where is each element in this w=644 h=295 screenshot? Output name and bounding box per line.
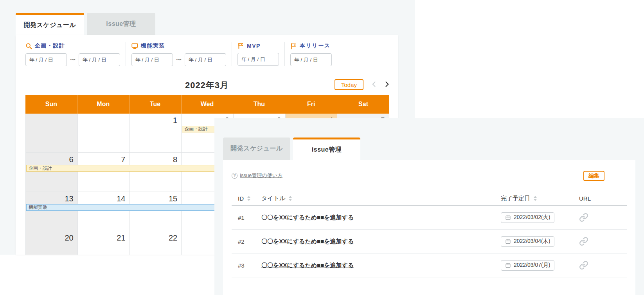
issue-id: #1	[232, 214, 254, 221]
header-url-label: URL	[579, 195, 591, 202]
due-date-chip[interactable]: 2022/03/04(木)	[501, 236, 554, 247]
filter-implementation-text: 機能実装	[141, 42, 165, 49]
chevron-left-icon	[370, 80, 378, 88]
issue-card: ? issue管理の使い方 編集 ID タイトル 完了予定日 URL	[223, 160, 635, 295]
filter-planning: 企画・設計 〜	[25, 42, 126, 66]
calendar-cell: 8	[130, 153, 182, 192]
tab-dev-schedule[interactable]: 開発スケジュール	[223, 138, 290, 160]
issue-id: #2	[232, 238, 254, 245]
day-header-wed: Wed	[182, 95, 234, 114]
implementation-start-date-input[interactable]	[131, 53, 173, 66]
issue-title-link[interactable]: 〇〇をXXにするため■■を追加する	[261, 262, 354, 269]
issue-row: #2 〇〇をXXにするため■■を追加する 2022/03/04(木)	[232, 230, 627, 253]
issue-row: #3 〇〇をXXにするため■■を追加する 2022/03/07(月)	[232, 253, 627, 277]
filter-implementation: 機能実装 〜	[126, 42, 232, 66]
issue-title-link[interactable]: 〇〇をXXにするため■■を追加する	[261, 238, 354, 245]
issue-help-text: issue管理の使い方	[240, 172, 282, 179]
link-icon	[579, 213, 588, 222]
issue-help-link[interactable]: ? issue管理の使い方	[232, 172, 282, 179]
tab-dev-schedule[interactable]: 開発スケジュール	[16, 13, 84, 35]
day-header-fri: Fri	[285, 95, 337, 114]
issue-panel: 開発スケジュール issue管理 ? issue管理の使い方 編集 ID タイト…	[214, 118, 644, 295]
tab-issue-management[interactable]: issue管理	[293, 138, 360, 160]
event-bar-planning[interactable]: 企画・設計	[26, 165, 233, 172]
calendar-cell: 6	[26, 153, 78, 192]
search-icon	[25, 43, 32, 49]
release-date-input[interactable]	[290, 53, 332, 66]
due-date-chip[interactable]: 2022/03/02(火)	[501, 212, 554, 223]
calendar-icon	[505, 239, 511, 244]
implementation-end-date-input[interactable]	[185, 53, 226, 66]
day-header-thu: Thu	[233, 95, 285, 114]
link-icon	[579, 237, 588, 246]
planning-start-date-input[interactable]	[25, 53, 67, 66]
flag-icon	[237, 42, 244, 49]
header-due-date-label: 完了予定日	[501, 195, 530, 202]
link-icon	[579, 261, 588, 270]
due-date-text: 2022/03/04(木)	[514, 238, 550, 245]
due-date-text: 2022/03/02(火)	[514, 214, 550, 221]
calendar-cell	[26, 114, 78, 153]
day-header-sun: Sun	[25, 95, 77, 114]
header-title-label: タイトル	[261, 195, 285, 202]
issue-title-link[interactable]: 〇〇をXXにするため■■を追加する	[261, 214, 354, 221]
monitor-icon	[131, 43, 138, 49]
filter-planning-text: 企画・設計	[35, 42, 65, 49]
sort-icon[interactable]	[289, 196, 292, 201]
header-due-date[interactable]: 完了予定日	[495, 195, 579, 202]
event-bar-implementation[interactable]: 機能実装	[26, 204, 233, 211]
date-range-separator: 〜	[176, 56, 182, 63]
schedule-panel-tabs: 開発スケジュール issue管理	[16, 13, 155, 35]
day-header-sat: Sat	[337, 95, 389, 114]
filter-release-text: 本リリース	[300, 42, 330, 49]
calendar-icon	[505, 215, 511, 221]
header-id[interactable]: ID	[232, 195, 254, 202]
next-month-button[interactable]	[382, 79, 392, 89]
mvp-date-input[interactable]	[237, 53, 279, 66]
date-range-separator: 〜	[70, 56, 76, 63]
issue-id: #3	[232, 262, 254, 269]
filter-mvp: MVP	[232, 42, 284, 66]
calendar-cell: 22	[130, 231, 182, 255]
header-url: URL	[579, 195, 627, 202]
header-title[interactable]: タイトル	[254, 195, 495, 202]
prev-month-button[interactable]	[369, 79, 379, 89]
day-header-mon: Mon	[77, 95, 130, 114]
issue-panel-tabs: 開発スケジュール issue管理	[223, 138, 360, 160]
calendar-cell: 1	[130, 114, 182, 153]
issue-row: #1 〇〇をXXにするため■■を追加する 2022/03/02(火)	[232, 206, 627, 230]
calendar-cell: 7	[78, 153, 130, 192]
sort-icon[interactable]	[247, 196, 250, 201]
sort-icon[interactable]	[534, 196, 537, 201]
calendar-cell: 14	[78, 192, 130, 231]
due-date-chip[interactable]: 2022/03/07(月)	[501, 260, 554, 271]
chevron-right-icon	[383, 80, 391, 88]
filter-planning-label: 企画・設計	[25, 42, 120, 49]
filter-implementation-label: 機能実装	[131, 42, 226, 49]
filter-bar: 企画・設計 〜 機能実装	[25, 42, 337, 66]
calendar-cell: 15	[130, 192, 182, 231]
issue-url-button[interactable]	[579, 237, 588, 246]
today-button[interactable]: Today	[335, 79, 363, 90]
filter-release: 本リリース	[284, 42, 337, 66]
header-id-label: ID	[238, 195, 244, 202]
tab-issue-management[interactable]: issue管理	[87, 13, 155, 35]
flag-icon	[290, 43, 297, 49]
filter-release-label: 本リリース	[290, 42, 332, 49]
issue-url-button[interactable]	[579, 213, 588, 222]
calendar-cell: 20	[26, 231, 78, 255]
calendar-cell	[78, 114, 130, 153]
issue-table: ID タイトル 完了予定日 URL #1 〇〇をX	[232, 191, 627, 277]
calendar-icon	[505, 262, 511, 268]
filter-mvp-text: MVP	[247, 43, 261, 49]
edit-button[interactable]: 編集	[583, 171, 604, 181]
planning-end-date-input[interactable]	[79, 53, 120, 66]
calendar-cell: 21	[78, 231, 130, 255]
filter-mvp-label: MVP	[237, 42, 279, 49]
day-header-tue: Tue	[130, 95, 182, 114]
issue-url-button[interactable]	[579, 261, 588, 270]
calendar-cell: 13	[26, 192, 78, 231]
issue-table-header: ID タイトル 完了予定日 URL	[232, 191, 627, 206]
help-icon: ?	[232, 173, 237, 179]
calendar-day-header-row: Sun Mon Tue Wed Thu Fri Sat	[25, 95, 389, 114]
